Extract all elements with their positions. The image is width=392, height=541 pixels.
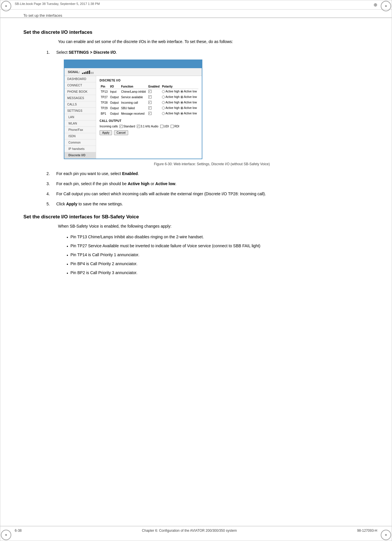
nav-connect[interactable]: CONNECT [64, 82, 96, 89]
wi-signal-bar: SIGNAL: [64, 68, 202, 76]
crosshair-icon: ⊕ [374, 2, 377, 8]
incoming-standard[interactable]: Standard [120, 125, 135, 128]
table-row: TP28 Output Incoming call Active high Ac… [100, 100, 198, 105]
col-pin: Pin [100, 84, 109, 89]
incoming-label: Incoming calls [100, 125, 118, 128]
list-item: • Pin BP2 is Call Priority 3 annunciator… [67, 270, 369, 276]
nav-phonefax[interactable]: Phone/Fax [64, 127, 96, 133]
nav-iphandsets[interactable]: IP handsets [64, 146, 96, 152]
section1-intro: You can enable and set some of the discr… [58, 39, 369, 45]
polarity-low-bp1[interactable]: Active low [180, 112, 197, 115]
wi-body: DASHBOARD CONNECT PHONE BOOK MESSAGES CA… [64, 76, 202, 159]
section1-title: Set the discrete I/O interfaces [23, 29, 369, 35]
incoming-udi[interactable]: UDI [160, 125, 169, 128]
corner-mark-tl [1, 1, 11, 11]
signal-bars-icon [82, 70, 94, 74]
table-row: TP29 Output SBU failed Active high Activ… [100, 105, 198, 111]
table-row: TP13 Input Chime/Lamp inhibit Active hig… [100, 89, 198, 95]
nav-settings[interactable]: SETTINGS [64, 108, 96, 114]
cancel-button[interactable]: Cancel [114, 130, 128, 135]
enabled-checkbox-tp29[interactable] [148, 106, 152, 109]
polarity-low-tp13[interactable]: Active low [180, 90, 197, 93]
col-enabled: Enabled [147, 84, 161, 89]
nav-dashboard[interactable]: DASHBOARD [64, 76, 96, 82]
nav-common[interactable]: Common [64, 140, 96, 146]
table-row: TP27 Output Service available Active hig… [100, 94, 198, 100]
enabled-checkbox-bp1[interactable] [148, 112, 152, 115]
nav-lan[interactable]: LAN [64, 114, 96, 120]
table-row: BP1 Output Message received Active high … [100, 111, 198, 116]
corner-mark-tr [381, 1, 391, 11]
web-interface: SIGNAL: DASHBOARD [64, 60, 202, 159]
nav-discreteio[interactable]: Discrete I/O [64, 152, 96, 159]
step-3: 3. For each pin, select if the pin shoul… [46, 181, 369, 187]
polarity-high-bp1[interactable]: Active high [162, 112, 180, 115]
call-output-section: CALL OUTPUT Incoming calls Standard 3.1 … [100, 119, 198, 135]
polarity-low-tp28[interactable]: Active low [180, 101, 197, 104]
enabled-checkbox-tp13[interactable] [148, 90, 152, 93]
footer-doc-num: 98-127093-H [357, 529, 377, 533]
book-ref: SB-Lite.book Page 38 Tuesday, September … [15, 2, 100, 8]
action-buttons: Apply Cancel [100, 130, 198, 135]
step-2: 2. For each pin you want to use, select … [46, 171, 369, 177]
bullet-list: • Pin TP13 Chime/Lamps Inhibit also disa… [67, 234, 369, 276]
step-5: 5. Click Apply to save the new settings. [46, 201, 369, 207]
discrete-io-table: Pin I/O Function Enabled Polarity [100, 84, 198, 116]
polarity-high-tp13[interactable]: Active high [162, 90, 180, 93]
footer-page: 6-38 [15, 529, 22, 533]
polarity-low-tp29[interactable]: Active low [180, 106, 197, 109]
section2-container: Set the discrete I/O interfaces for SB-S… [23, 214, 369, 276]
page-section-header: To set up the interfaces [23, 13, 62, 18]
incoming-rdi[interactable]: RDI [171, 125, 179, 128]
polarity-high-tp27[interactable]: Active high [162, 95, 180, 98]
step-1: 1. Select SETTINGS > Discrete I/O. [46, 49, 369, 55]
footer: 6-38 Chapter 6: Configuration of the AVI… [0, 526, 392, 535]
wi-topbar [64, 60, 202, 68]
wi-sidebar: DASHBOARD CONNECT PHONE BOOK MESSAGES CA… [64, 76, 96, 159]
enabled-checkbox-tp28[interactable] [148, 101, 152, 104]
figure-caption: Figure 6-30: Web interface: Settings, Di… [55, 162, 369, 166]
apply-button[interactable]: Apply [100, 130, 112, 135]
polarity-low-tp27[interactable]: Active low [180, 95, 197, 98]
step-4: 4. For Call output you can select which … [46, 191, 369, 197]
nav-phonebook[interactable]: PHONE BOOK [64, 89, 96, 95]
bullet-dot: • [67, 252, 68, 259]
polarity-high-tp29[interactable]: Active high [162, 106, 180, 109]
list-item: • Pin BP4 is Call Priority 2 annunciator… [67, 261, 369, 267]
section2-intro: When SB-Safety Voice is enabled, the fol… [58, 223, 369, 229]
col-polarity: Polarity [161, 84, 198, 89]
bullet-dot: • [67, 261, 68, 267]
bullet-dot: • [67, 243, 68, 250]
list-item: • Pin TP13 Chime/Lamps Inhibit also disa… [67, 234, 369, 241]
section2-title: Set the discrete I/O interfaces for SB-S… [23, 214, 369, 220]
call-output-title: CALL OUTPUT [100, 119, 198, 122]
incoming-31khz[interactable]: 3.1 kHz Audio [137, 125, 158, 128]
nav-calls[interactable]: CALLS [64, 101, 96, 108]
nav-wlan[interactable]: WLAN [64, 120, 96, 127]
col-function: Function [120, 84, 147, 89]
steps-area: 1. Select SETTINGS > Discrete I/O. SIGNA… [46, 49, 369, 207]
list-item: • Pin TP27 Service Available must be inv… [67, 243, 369, 250]
section2-header: Set the discrete I/O interfaces for SB-S… [23, 214, 369, 220]
footer-title: Chapter 6: Configuration of the AVIATOR … [142, 529, 237, 533]
header-bar: SB-Lite.book Page 38 Tuesday, September … [0, 0, 392, 10]
enabled-checkbox-tp27[interactable] [148, 95, 152, 98]
list-item: • Pin TP14 is Call Priority 1 annunciato… [67, 252, 369, 259]
discrete-io-title: DISCRETE I/O [100, 79, 198, 82]
web-interface-container: SIGNAL: DASHBOARD [55, 60, 369, 166]
incoming-calls-row: Incoming calls Standard 3.1 kHz Audio UD… [100, 125, 198, 128]
bullet-dot: • [67, 270, 68, 276]
wi-main: DISCRETE I/O Pin I/O Function Enabled Po… [96, 76, 202, 159]
bullet-dot: • [67, 235, 68, 241]
section1-header: Set the discrete I/O interfaces [23, 29, 369, 35]
nav-messages[interactable]: MESSAGES [64, 95, 96, 101]
nav-isdn[interactable]: ISDN [64, 133, 96, 140]
polarity-high-tp28[interactable]: Active high [162, 101, 180, 104]
col-io: I/O [109, 84, 120, 89]
